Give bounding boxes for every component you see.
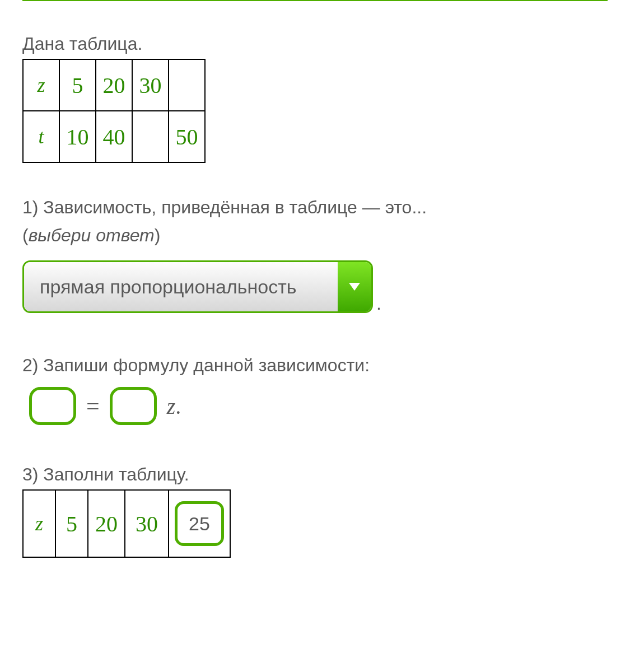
formula-input-1[interactable] xyxy=(29,387,76,425)
svg-marker-0 xyxy=(349,283,360,291)
formula-var: z. xyxy=(167,393,181,419)
question-1: 1) Зависимость, приведённая в таблице — … xyxy=(22,194,608,249)
question-2: 2) Запиши формулу данной зависимости: xyxy=(22,355,608,376)
cell: 40 xyxy=(96,111,132,162)
equals-sign: = xyxy=(86,393,100,419)
select-value: прямая пропорциональность xyxy=(24,262,338,311)
cell: 30 xyxy=(132,59,169,111)
hint-close: ) xyxy=(155,225,161,245)
fill-table: z 5 20 30 25 xyxy=(22,489,231,558)
cell: 30 xyxy=(125,490,169,557)
given-table: z 5 20 30 t 10 40 50 xyxy=(22,59,206,163)
cell: 5 xyxy=(55,490,88,557)
formula-input-2[interactable] xyxy=(110,387,157,425)
q1-dot: . xyxy=(376,293,381,314)
table-row: z 5 20 30 25 xyxy=(23,490,230,557)
table-input[interactable]: 25 xyxy=(175,501,224,546)
cell: 20 xyxy=(96,59,132,111)
table-row: z 5 20 30 xyxy=(23,59,205,111)
q1-hint: выбери ответ xyxy=(29,225,155,245)
cell-input-wrap: 25 xyxy=(169,490,230,557)
cell-empty xyxy=(169,59,205,111)
intro-text: Дана таблица. xyxy=(22,34,608,54)
table-row: t 10 40 50 xyxy=(23,111,205,162)
var-z: z xyxy=(23,59,59,111)
formula-row: = z. xyxy=(22,387,608,425)
cell: 20 xyxy=(88,490,125,557)
question-3: 3) Заполни таблицу. xyxy=(22,464,608,485)
answer-select[interactable]: прямая пропорциональность xyxy=(22,260,373,313)
cell: 50 xyxy=(169,111,205,162)
cell: 5 xyxy=(59,59,96,111)
hint-open: ( xyxy=(22,225,29,245)
cell-empty xyxy=(132,111,169,162)
q1-text: 1) Зависимость, приведённая в таблице — … xyxy=(22,197,427,217)
var-z: z xyxy=(23,490,55,557)
var-t: t xyxy=(23,111,59,162)
cell: 10 xyxy=(59,111,96,162)
dropdown-arrow-icon[interactable] xyxy=(338,262,371,311)
